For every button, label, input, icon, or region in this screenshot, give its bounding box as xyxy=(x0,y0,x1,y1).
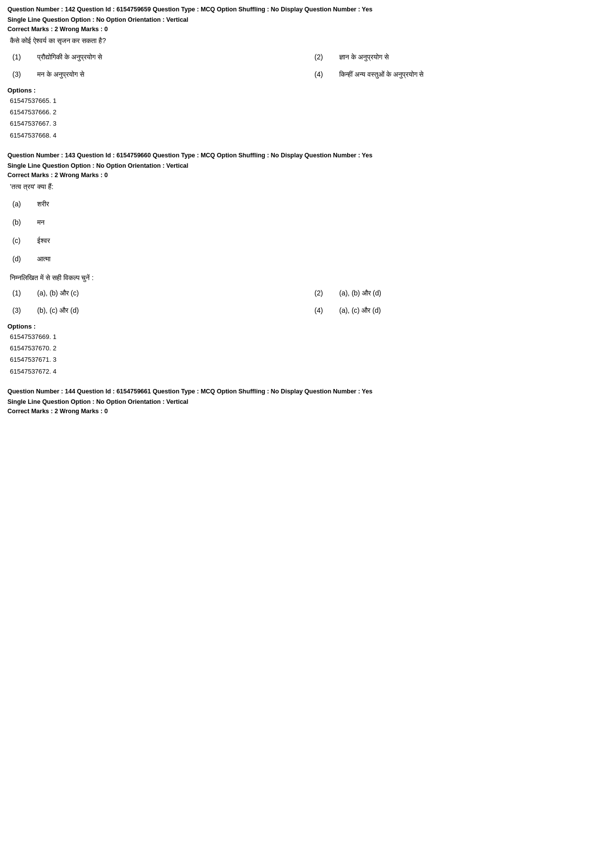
question-144: Question Number : 144 Question Id : 6154… xyxy=(7,387,607,415)
question-142-marks: Correct Marks : 2 Wrong Marks : 0 xyxy=(7,26,607,33)
vertical-option-143-b-num: (b) xyxy=(12,218,27,226)
option-id-143-3: 61547537671. 3 xyxy=(10,354,607,365)
option-142-1-text: प्रौद्योगिकी के अनुप्रयोग से xyxy=(37,53,102,61)
vertical-option-143-a-num: (a) xyxy=(12,200,27,208)
option-142-1: (1) प्रौद्योगिकी के अनुप्रयोग से xyxy=(12,51,305,63)
option-142-3-text: मन के अनुप्रयोग से xyxy=(37,70,84,79)
option-143-3-text: (b), (c) और (d) xyxy=(37,306,79,315)
option-142-2-text: ज्ञान के अनुप्रयोग से xyxy=(339,53,389,61)
vertical-option-143-c-num: (c) xyxy=(12,237,27,244)
vertical-option-143-d-num: (d) xyxy=(12,255,27,263)
option-142-4: (4) किन्हीं अन्य वस्तुओं के अनुप्रयोग से xyxy=(314,68,607,81)
option-143-1-num: (1) xyxy=(12,289,27,297)
option-143-1: (1) (a), (b) और (c) xyxy=(12,287,305,299)
question-143-options-grid: (1) (a), (b) और (c) (2) (a), (b) और (d) … xyxy=(7,287,607,317)
option-143-2-num: (2) xyxy=(314,289,329,297)
option-143-4-text: (a), (c) और (d) xyxy=(339,306,381,315)
question-142-options-label: Options : xyxy=(7,87,607,94)
question-142-meta-line2: Single Line Question Option : No Option … xyxy=(7,15,607,25)
option-142-2: (2) ज्ञान के अनुप्रयोग से xyxy=(314,51,607,63)
vertical-option-143-d: (d) आत्मा xyxy=(12,252,607,266)
question-144-marks: Correct Marks : 2 Wrong Marks : 0 xyxy=(7,408,607,415)
option-id-142-1: 61547537665. 1 xyxy=(10,95,607,106)
option-id-142-4: 61547537668. 4 xyxy=(10,130,607,141)
option-143-3: (3) (b), (c) और (d) xyxy=(12,304,305,317)
question-143-options-label: Options : xyxy=(7,323,607,330)
option-id-142-3: 61547537667. 3 xyxy=(10,118,607,129)
option-142-3-num: (3) xyxy=(12,70,27,78)
question-143-meta-line1: Question Number : 143 Question Id : 6154… xyxy=(7,151,607,160)
option-143-4-num: (4) xyxy=(314,306,329,314)
vertical-option-143-c: (c) ईश्वर xyxy=(12,234,607,248)
question-143-text: 'तत्व त्रय' क्या हैं: xyxy=(7,183,607,191)
vertical-option-143-a-text: शरीर xyxy=(37,200,49,208)
vertical-option-143-b-text: मन xyxy=(37,218,45,227)
question-142-options-ids: 61547537665. 1 61547537666. 2 6154753766… xyxy=(7,95,607,142)
option-id-143-4: 61547537672. 4 xyxy=(10,366,607,377)
option-143-3-num: (3) xyxy=(12,306,27,314)
question-144-meta-line1: Question Number : 144 Question Id : 6154… xyxy=(7,387,607,396)
option-id-143-1: 61547537669. 1 xyxy=(10,331,607,342)
option-143-1-text: (a), (b) और (c) xyxy=(37,289,79,297)
question-142-meta-line1: Question Number : 142 Question Id : 6154… xyxy=(7,5,607,14)
question-144-meta-line2: Single Line Question Option : No Option … xyxy=(7,397,607,407)
option-142-3: (3) मन के अनुप्रयोग से xyxy=(12,68,305,81)
question-142: Question Number : 142 Question Id : 6154… xyxy=(7,5,607,141)
vertical-option-143-d-text: आत्मा xyxy=(37,255,51,263)
question-142-text: कैसे कोई ऐश्वर्य का सृजन कर सकता है? xyxy=(7,37,607,45)
option-143-2-text: (a), (b) और (d) xyxy=(339,289,381,297)
question-143: Question Number : 143 Question Id : 6154… xyxy=(7,151,607,377)
option-142-2-num: (2) xyxy=(314,53,329,61)
option-142-4-text: किन्हीं अन्य वस्तुओं के अनुप्रयोग से xyxy=(339,70,423,79)
question-143-vertical-options: (a) शरीर (b) मन (c) ईश्वर (d) आत्मा xyxy=(7,197,607,266)
vertical-option-143-c-text: ईश्वर xyxy=(37,237,50,245)
option-142-4-num: (4) xyxy=(314,70,329,78)
question-143-sub-question: निम्नलिखित में से सही विकल्प चुनें : xyxy=(7,274,607,282)
option-143-4: (4) (a), (c) और (d) xyxy=(314,304,607,317)
option-id-142-2: 61547537666. 2 xyxy=(10,106,607,118)
option-142-1-num: (1) xyxy=(12,53,27,61)
option-143-2: (2) (a), (b) और (d) xyxy=(314,287,607,299)
option-id-143-2: 61547537670. 2 xyxy=(10,342,607,354)
vertical-option-143-b: (b) मन xyxy=(12,215,607,230)
question-143-options-ids: 61547537669. 1 61547537670. 2 6154753767… xyxy=(7,331,607,378)
question-142-options-grid: (1) प्रौद्योगिकी के अनुप्रयोग से (2) ज्ञ… xyxy=(7,51,607,81)
vertical-option-143-a: (a) शरीर xyxy=(12,197,607,211)
question-143-marks: Correct Marks : 2 Wrong Marks : 0 xyxy=(7,172,607,179)
question-143-meta-line2: Single Line Question Option : No Option … xyxy=(7,161,607,171)
